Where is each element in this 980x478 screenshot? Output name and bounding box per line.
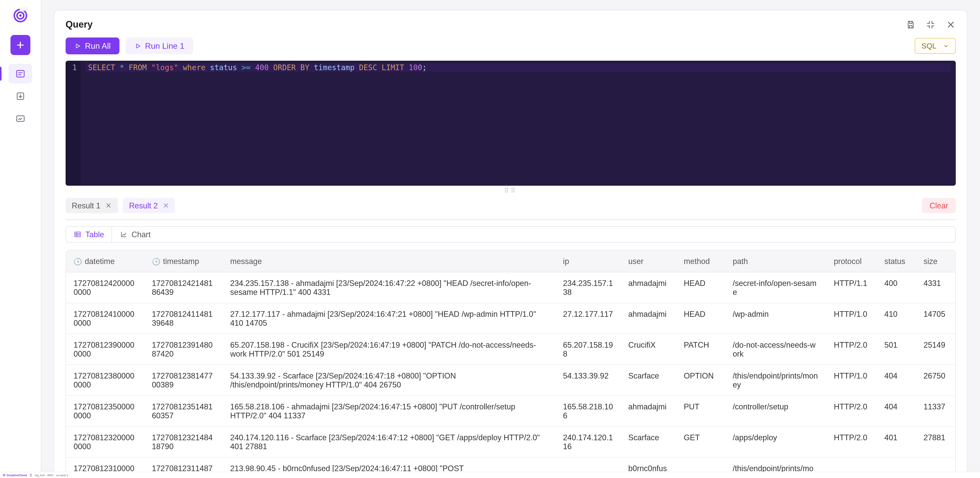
table-cell: PUT (676, 395, 725, 427)
table-row[interactable]: 172708123800000000172708123814770038954.… (66, 365, 955, 395)
col-method[interactable]: method (684, 257, 710, 265)
footer-cloud[interactable]: AWS (47, 474, 54, 477)
table-cell: 172708123200000000 (66, 427, 145, 457)
svg-point-3 (19, 14, 22, 17)
nav-query-icon[interactable] (8, 64, 32, 84)
table-cell: 1727081241148139648 (145, 303, 223, 334)
table-cell: /wp-admin (725, 303, 826, 334)
table-cell: /secret-info/open-sesame (725, 272, 826, 303)
clear-button[interactable]: Clear (922, 198, 956, 213)
table-cell: GET (676, 427, 725, 457)
result-tab-1[interactable]: Result 1 ✕ (65, 198, 118, 213)
close-tab-2-icon[interactable]: ✕ (163, 201, 169, 210)
footer-brand[interactable]: GreptimeCloud (3, 474, 27, 477)
table-row[interactable]: 1727081242000000001727081242148186439234… (66, 272, 955, 303)
editor-code[interactable]: SELECT * FROM "logs" where status >= 400… (81, 61, 956, 186)
table-cell: 234.235.157.138 (555, 272, 621, 303)
add-button[interactable] (11, 35, 30, 55)
table-cell: ahmadajmi (620, 395, 676, 427)
svg-point-11 (3, 475, 5, 476)
table-cell: 240.174.120.116 (555, 427, 621, 457)
table-cell: 4331 (916, 272, 955, 303)
footer-db[interactable]: log_test (35, 474, 45, 477)
collapse-icon[interactable] (926, 20, 935, 30)
col-path[interactable]: path (733, 257, 748, 265)
table-cell: 404 (877, 365, 916, 395)
resize-handle[interactable]: ⠿⠿ (65, 186, 956, 194)
table-cell: 165.58.218.106 - ahmadajmi [23/Sep/2024:… (223, 395, 555, 427)
nav-dashboard-icon[interactable] (8, 109, 32, 129)
editor-gutter: 1 (65, 61, 81, 186)
table-cell: /this/endpoint/prints/money (725, 365, 826, 395)
table-cell: 1727081239148087420 (145, 334, 223, 365)
svg-rect-4 (17, 70, 24, 77)
view-chart-label: Chart (131, 230, 151, 239)
col-datetime[interactable]: datetime (85, 257, 115, 265)
col-timestamp[interactable]: timestamp (163, 257, 199, 265)
view-table-label: Table (86, 230, 104, 239)
table-cell: 27881 (916, 427, 955, 457)
table-cell: 404 (877, 395, 916, 427)
col-protocol[interactable]: protocol (834, 257, 862, 265)
table-cell: OPTION (676, 365, 725, 395)
table-row[interactable]: 172708123900000000172708123914808742065.… (66, 334, 955, 365)
table-cell: HTTP/2.0 (826, 427, 877, 457)
table-cell: 240.174.120.116 - Scarface [23/Sep/2024:… (223, 427, 555, 457)
save-icon[interactable] (906, 20, 916, 30)
nav-ingest-icon[interactable] (8, 86, 32, 106)
table-row[interactable]: 1727081232000000001727081232148418790240… (66, 427, 955, 457)
view-table-button[interactable]: Table (66, 227, 112, 242)
table-cell: 65.207.158.198 (555, 334, 621, 365)
col-size[interactable]: size (924, 257, 937, 265)
result-tab-2-label: Result 2 (129, 201, 158, 210)
sidebar (0, 0, 41, 478)
table-cell: 14705 (916, 303, 955, 334)
table-row[interactable]: 1727081235000000001727081235148160357165… (66, 395, 955, 427)
clock-icon: 🕓 (73, 258, 82, 265)
sql-editor[interactable]: 1 SELECT * FROM "logs" where status >= 4… (65, 61, 956, 186)
table-cell: 26750 (916, 365, 955, 395)
close-icon[interactable] (946, 20, 956, 30)
table-cell: PATCH (676, 334, 725, 365)
language-select[interactable]: SQL (915, 38, 956, 54)
clock-icon: 🕓 (152, 258, 161, 265)
table-cell: 1727081238147700389 (145, 365, 223, 395)
run-line-button[interactable]: Run Line 1 (126, 38, 193, 54)
table-cell: 65.207.158.198 - CrucifiX [23/Sep/2024:1… (223, 334, 555, 365)
table-cell: 172708123900000000 (66, 334, 145, 365)
close-tab-1-icon[interactable]: ✕ (105, 201, 111, 210)
table-cell: 54.133.39.92 (555, 365, 621, 395)
col-user[interactable]: user (628, 257, 644, 265)
svg-rect-9 (75, 232, 80, 237)
table-cell: 11337 (916, 395, 955, 427)
run-all-button[interactable]: Run All (65, 38, 119, 54)
table-cell: Scarface (620, 365, 676, 395)
table-cell: 501 (877, 334, 916, 365)
footer-region[interactable]: us-west-2 (56, 474, 68, 477)
table-cell: Scarface (620, 427, 676, 457)
status-bar: GreptimeCloud 🗄 log_test AWS us-west-2 (0, 472, 980, 478)
table-row[interactable]: 172708124100000000172708124114813964827.… (66, 303, 955, 334)
divider (65, 219, 956, 220)
table-cell: /apps/deploy (725, 427, 826, 457)
table-cell: HTTP/1.1 (826, 272, 877, 303)
table-cell: HEAD (676, 272, 725, 303)
table-cell: ahmadajmi (620, 303, 676, 334)
table-cell: 1727081232148418790 (145, 427, 223, 457)
table-cell: HTTP/2.0 (826, 395, 877, 427)
table-header-row: 🕓datetime 🕓timestamp message ip user met… (66, 251, 955, 272)
col-status[interactable]: status (884, 257, 905, 265)
table-cell: 27.12.177.117 - ahmadajmi [23/Sep/2024:1… (223, 303, 555, 334)
table-cell: 410 (877, 303, 916, 334)
col-ip[interactable]: ip (563, 257, 569, 265)
view-chart-button[interactable]: Chart (111, 227, 158, 242)
table-cell: 172708124100000000 (66, 303, 145, 334)
table-cell: 25149 (916, 334, 955, 365)
result-tab-2[interactable]: Result 2 ✕ (123, 198, 175, 213)
svg-rect-2 (20, 7, 28, 11)
table-cell: HTTP/1.0 (826, 303, 877, 334)
col-message[interactable]: message (230, 257, 262, 265)
chevron-down-icon (943, 43, 949, 49)
table-cell: HTTP/1.0 (826, 365, 877, 395)
run-line-label: Run Line 1 (145, 41, 184, 51)
